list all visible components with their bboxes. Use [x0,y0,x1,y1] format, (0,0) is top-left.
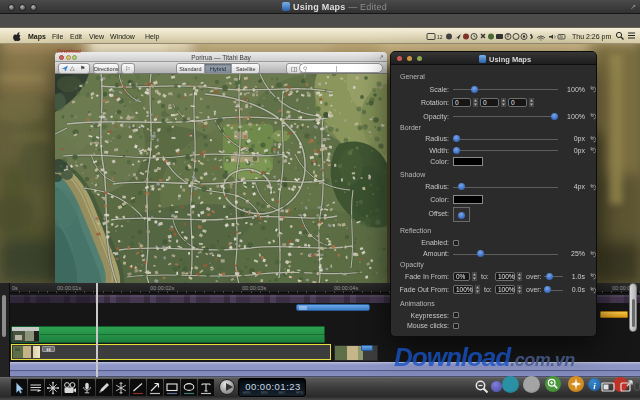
svg-text:P: P [506,34,509,39]
svg-text:12: 12 [437,34,443,40]
svg-text:30: 30 [559,35,563,39]
